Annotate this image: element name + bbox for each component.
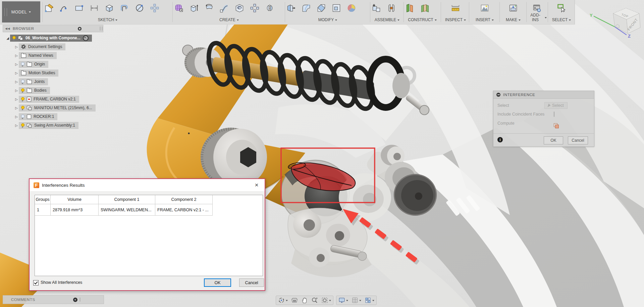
visibility-bulb-icon[interactable]: [21, 97, 24, 101]
interference-ok-button[interactable]: OK: [544, 136, 563, 144]
menu-assemble[interactable]: ASSEMBLE: [371, 17, 403, 22]
tree-item-origin[interactable]: ▷ Origin: [14, 60, 48, 69]
offset-icon[interactable]: [119, 2, 130, 14]
visibility-bulb-icon[interactable]: [21, 115, 24, 119]
tree-item-named-views[interactable]: ▷ Named Views: [14, 51, 57, 60]
collapse-arrow-icon[interactable]: ▷: [14, 106, 19, 110]
menu-make[interactable]: MAKE: [500, 17, 526, 22]
collapse-panel-icon[interactable]: ◀◀: [5, 27, 10, 30]
orbit-tool[interactable]: [278, 297, 288, 304]
tree-item-motion-studies[interactable]: ▷ Motion Studies: [14, 69, 58, 77]
panel-resize-grip[interactable]: [100, 27, 102, 31]
collapse-arrow-icon[interactable]: ▷: [14, 54, 19, 57]
fillet-icon[interactable]: [301, 2, 312, 14]
new-component-icon[interactable]: [371, 2, 382, 14]
tree-item-swing-arm-assembly[interactable]: ▷ Swing Arm Assembly:1: [14, 121, 78, 130]
construct-plane-icon[interactable]: [405, 2, 415, 14]
collapse-arrow-icon[interactable]: ▷: [14, 80, 19, 84]
results-table-row[interactable]: 1 2879.918 mm^3 SWINGARM, WELDMEN... FRA…: [35, 204, 263, 216]
show-all-interferences-checkbox[interactable]: [33, 280, 39, 286]
addins-scripts-icon[interactable]: [532, 2, 542, 14]
joint-icon[interactable]: [386, 2, 397, 14]
circle-diameter-icon[interactable]: [134, 2, 145, 14]
results-list[interactable]: Groups Volume Component 1 Component 2 1 …: [35, 195, 263, 276]
chevron-down-icon[interactable]: [329, 300, 331, 302]
visibility-bulb-icon[interactable]: [21, 123, 24, 128]
dimension-icon[interactable]: [89, 2, 100, 14]
expand-arrow-icon[interactable]: ◢: [5, 36, 10, 40]
zoom-tool[interactable]: [311, 297, 318, 304]
chevron-down-icon[interactable]: [359, 300, 361, 302]
panel-resize-grip[interactable]: [80, 298, 82, 302]
viewcube[interactable]: TOP FRONT Y Z: [584, 3, 644, 40]
visibility-bulb-icon[interactable]: [21, 88, 24, 93]
menu-create[interactable]: CREATE: [174, 17, 284, 22]
visibility-bulb-icon[interactable]: [21, 62, 24, 67]
make-3dprint-icon[interactable]: [508, 2, 519, 14]
include-coincident-checkbox[interactable]: [554, 112, 554, 117]
project-geometry-icon[interactable]: [104, 2, 115, 14]
visibility-bulb-icon[interactable]: [21, 106, 24, 110]
select-bodies-button[interactable]: Select: [544, 102, 568, 109]
measure-icon[interactable]: [450, 2, 461, 14]
tree-item-bodies[interactable]: ▷ Bodies: [14, 86, 50, 95]
collapse-arrow-icon[interactable]: ▷: [14, 97, 19, 101]
pan-tool[interactable]: [301, 297, 308, 304]
menu-inspect[interactable]: INSPECT: [442, 17, 469, 22]
chevron-down-icon[interactable]: [372, 300, 374, 302]
collapse-arrow-icon[interactable]: ▷: [14, 124, 19, 127]
add-comment-icon[interactable]: +: [73, 298, 77, 302]
press-pull-icon[interactable]: [286, 2, 297, 14]
menu-modify[interactable]: MODIFY: [286, 17, 370, 22]
menu-select[interactable]: SELECT: [549, 17, 574, 22]
tree-item-document-settings[interactable]: ▷ Document Settings: [14, 42, 65, 51]
create-sketch-icon[interactable]: [44, 2, 54, 14]
chevron-down-icon[interactable]: [346, 300, 348, 302]
extrude-icon[interactable]: [189, 2, 200, 14]
display-settings-icon[interactable]: [78, 27, 82, 31]
collapse-arrow-icon[interactable]: ▷: [14, 71, 19, 75]
viewports-tool[interactable]: [365, 297, 374, 304]
activate-component-radio[interactable]: [83, 35, 89, 41]
toolbar-grip[interactable]: [4, 8, 7, 16]
visibility-bulb-icon[interactable]: [12, 36, 16, 40]
pattern-icon[interactable]: [249, 2, 260, 14]
spline-icon[interactable]: [59, 2, 69, 14]
insert-image-icon[interactable]: [479, 2, 490, 14]
move-points-icon[interactable]: [149, 2, 160, 14]
interference-palette-header[interactable]: INTERFERENCE: [493, 91, 594, 99]
rectangle-icon[interactable]: [74, 2, 85, 14]
results-ok-button[interactable]: OK: [204, 278, 231, 287]
visibility-bulb-icon[interactable]: [21, 80, 24, 84]
display-settings-tool[interactable]: [338, 297, 348, 304]
create-form-icon[interactable]: [174, 2, 184, 14]
sweep-icon[interactable]: [219, 2, 230, 14]
midplane-icon[interactable]: [420, 2, 430, 14]
comments-bar[interactable]: COMMENTS +: [3, 295, 104, 304]
menu-addins[interactable]: ADD-INS: [527, 13, 547, 22]
tree-item-frame-carbon[interactable]: ▷ FRAME, CARBON v2:1: [14, 95, 79, 103]
tree-item-rocker[interactable]: ▷ ROCKER:1: [14, 112, 57, 121]
mirror-icon[interactable]: [264, 2, 275, 14]
collapse-arrow-icon[interactable]: ▷: [14, 62, 19, 66]
hole-icon[interactable]: [234, 2, 245, 14]
collapse-arrow-icon[interactable]: ▷: [14, 115, 19, 119]
appearance-icon[interactable]: [346, 2, 357, 14]
results-cancel-button[interactable]: Cancel: [239, 278, 264, 287]
collapse-palette-icon[interactable]: [496, 93, 500, 97]
menu-insert[interactable]: INSERT: [470, 17, 499, 22]
split-body-icon[interactable]: [331, 2, 342, 14]
chamfer-icon[interactable]: [316, 2, 327, 14]
select-icon[interactable]: [556, 2, 567, 14]
close-icon[interactable]: ×: [252, 180, 261, 190]
tree-item-joints[interactable]: ▷ Joints: [14, 77, 48, 86]
interference-cancel-button[interactable]: Cancel: [568, 136, 588, 144]
revolve-icon[interactable]: [204, 2, 215, 14]
tree-root-component[interactable]: ◢ 06_Working with Compone...: [5, 34, 92, 42]
collapse-arrow-icon[interactable]: ▷: [14, 45, 19, 49]
info-icon[interactable]: i: [497, 137, 503, 142]
fit-view-tool[interactable]: [321, 297, 331, 304]
browser-header[interactable]: ◀◀ BROWSER: [3, 25, 103, 32]
dialog-titlebar[interactable]: F Interferences Results ×: [30, 179, 265, 191]
workspace-switcher[interactable]: MODEL: [2, 1, 40, 23]
